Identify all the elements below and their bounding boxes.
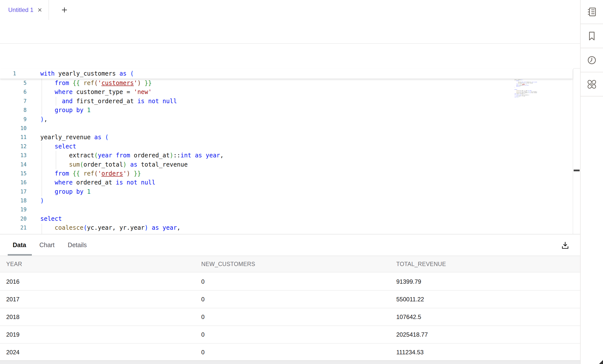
code-text: and first_ordered_at is not null	[40, 97, 177, 106]
code-text: where ordered_at is not null	[40, 178, 155, 187]
line-number: 21	[0, 223, 27, 232]
code-line-12[interactable]: 12 select	[0, 142, 573, 151]
tab-details[interactable]: Details	[68, 241, 87, 249]
code-line-14[interactable]: 14 sum(order_total) as total_revenue	[0, 160, 573, 169]
column-header-year: YEAR	[6, 261, 201, 268]
table-row[interactable]: 20180107642.5	[0, 308, 580, 326]
history-icon	[586, 54, 598, 66]
line-number: 18	[0, 196, 27, 205]
line-number: 5	[0, 79, 27, 88]
code-text: group by 1	[40, 187, 91, 196]
table-cell: 91399.79	[396, 278, 580, 285]
results-tabs: DataChartDetails	[13, 234, 87, 256]
sidebar-empty-space	[581, 96, 603, 364]
bookmarks-panel-button[interactable]	[581, 24, 603, 48]
new-tab-button[interactable]	[61, 6, 68, 13]
code-text: where customer_type = 'new'	[40, 88, 152, 96]
table-cell: 2017	[6, 296, 201, 303]
tab-bar: Untitled 1	[0, 0, 580, 20]
code-line-8[interactable]: 8 group by 1	[0, 106, 573, 115]
line-number: 19	[0, 205, 27, 214]
code-line-13[interactable]: 13 extract(year from ordered_at)::int as…	[0, 151, 573, 160]
table-body: 2016091399.7920170550011.2220180107642.5…	[0, 273, 580, 361]
code-line-6[interactable]: 6 where customer_type = 'new'	[0, 88, 573, 96]
table-cell: 0	[201, 331, 396, 338]
table-row[interactable]: 20170550011.22	[0, 291, 580, 308]
resize-grip[interactable]	[599, 360, 603, 364]
code-line-21[interactable]: 21 coalesce(yc.year, yr.year) as year,	[0, 223, 573, 232]
results-panel: DataChartDetails YEARNEW_CUSTOMERSTOTAL_…	[0, 234, 580, 364]
editor-lines[interactable]: 5 from {{ ref('customers') }}6 where cus…	[0, 79, 573, 234]
dbt-logo-icon	[586, 78, 598, 90]
table-cell: 0	[201, 314, 396, 320]
code-text: yearly_revenue as (	[40, 133, 109, 142]
toolbar: Develop Run	[0, 20, 580, 44]
table-cell: 111234.53	[396, 349, 580, 356]
editor-scrollbar-track[interactable]	[573, 68, 580, 234]
table-cell: 2016	[6, 278, 201, 285]
code-line-11[interactable]: 11yearly_revenue as (	[0, 133, 573, 142]
code-editor[interactable]: 5 from {{ ref('customers') }}6 where cus…	[0, 44, 580, 234]
notebook-icon	[586, 6, 598, 18]
code-line-7[interactable]: 7 and first_ordered_at is not null	[0, 97, 573, 106]
history-panel-button[interactable]	[581, 48, 603, 72]
code-text: sum(order_total) as total_revenue	[40, 160, 188, 169]
download-button[interactable]	[559, 239, 571, 251]
table-row[interactable]: 2016091399.79	[0, 273, 580, 291]
code-text: ),	[40, 115, 48, 124]
code-line-19[interactable]: 19	[0, 205, 573, 214]
tab-chart[interactable]: Chart	[39, 241, 54, 249]
download-icon	[561, 241, 570, 250]
code-text: from {{ ref('orders') }}	[40, 169, 141, 178]
close-icon[interactable]	[37, 7, 43, 13]
line-number: 15	[0, 169, 27, 178]
table-row[interactable]: 20240111234.53	[0, 344, 580, 361]
table-cell: 0	[201, 296, 396, 303]
sticky-scroll-line[interactable]: 1 with yearly_customers as (	[0, 69, 573, 79]
tab-data[interactable]: Data	[13, 241, 26, 249]
indent-guide	[42, 79, 42, 115]
notebook-panel-button[interactable]	[581, 0, 603, 24]
indent-guide	[42, 142, 42, 196]
code-line-15[interactable]: 15 from {{ ref('orders') }}	[0, 169, 573, 178]
code-text: )	[40, 196, 44, 205]
code-text: select	[40, 142, 76, 151]
line-number: 14	[0, 160, 27, 169]
code-line-17[interactable]: 17 group by 1	[0, 187, 573, 196]
editor-scrollbar-thumb[interactable]	[574, 170, 580, 171]
sticky-code-text: with yearly_customers as (	[40, 69, 134, 79]
code-text: select	[40, 214, 62, 223]
table-cell: 2018	[6, 314, 201, 320]
code-line-20[interactable]: 20select	[0, 214, 573, 223]
table-cell: 107642.5	[396, 314, 580, 320]
horizontal-scrollbar-track[interactable]	[0, 360, 580, 364]
column-header-total_revenue: TOTAL_REVENUE	[396, 261, 580, 268]
indent-guide	[56, 97, 56, 106]
code-text: coalesce(yc.year, yr.year) as year,	[40, 223, 181, 232]
code-text: from {{ ref('customers') }}	[40, 79, 152, 88]
line-number: 11	[0, 133, 27, 142]
indent-guide	[56, 151, 56, 169]
code-text: group by 1	[40, 106, 91, 115]
line-number: 1	[0, 69, 40, 79]
code-text: extract(year from ordered_at)::int as ye…	[40, 151, 224, 160]
sql-ide-window: Untitled 1 Develop	[0, 0, 603, 364]
column-header-new_customers: NEW_CUSTOMERS	[201, 261, 396, 268]
line-number: 8	[0, 106, 27, 115]
code-line-16[interactable]: 16 where ordered_at is not null	[0, 178, 573, 187]
table-cell: 0	[201, 349, 396, 356]
dbt-panel-button[interactable]	[581, 72, 603, 96]
line-number: 17	[0, 187, 27, 196]
right-sidebar	[580, 0, 603, 364]
line-number: 16	[0, 178, 27, 187]
code-line-9[interactable]: 9),	[0, 115, 573, 124]
tab-untitled-1[interactable]: Untitled 1	[0, 0, 49, 20]
line-number: 7	[0, 97, 27, 106]
bookmark-icon	[586, 30, 598, 42]
table-row[interactable]: 201902025418.77	[0, 326, 580, 344]
line-number: 20	[0, 214, 27, 223]
code-line-10[interactable]: 10	[0, 124, 573, 133]
code-line-5[interactable]: 5 from {{ ref('customers') }}	[0, 79, 573, 88]
code-line-18[interactable]: 18)	[0, 196, 573, 205]
tab-title: Untitled 1	[8, 6, 33, 13]
